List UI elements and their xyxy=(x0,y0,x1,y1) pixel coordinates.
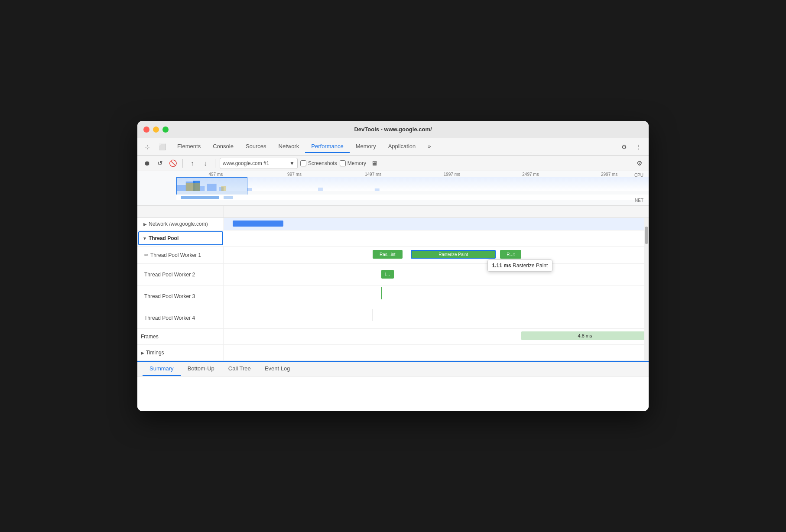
worker4-label: Thread Pool Worker 4 xyxy=(137,307,224,328)
toolbar-right: ⚙ ⋮ xyxy=(618,141,644,152)
worker3-content[interactable] xyxy=(224,285,649,307)
frames-content[interactable]: 4.8 ms xyxy=(224,329,649,344)
worker4-row: Thread Pool Worker 4 xyxy=(137,307,649,329)
overview-chart[interactable] xyxy=(176,177,649,200)
record-button[interactable]: ⏺ xyxy=(142,158,152,169)
network-track-label: ▶ Network /ww.google.com) xyxy=(137,218,224,230)
thread-pool-header-row: ▼ Thread Pool xyxy=(137,230,649,247)
ruler-left xyxy=(137,206,224,217)
screenshots-checkbox-group: Screenshots xyxy=(300,160,337,166)
tab-call-tree[interactable]: Call Tree xyxy=(221,362,258,376)
frames-label-text: Frames xyxy=(141,334,159,340)
worker1-row: ✏ Thread Pool Worker 1 Ras...int Rasteri… xyxy=(137,247,649,264)
close-button[interactable] xyxy=(143,127,149,133)
worker2-label-text: Thread Pool Worker 2 xyxy=(144,272,195,278)
thread-pool-arrow[interactable]: ▼ xyxy=(143,236,147,241)
task-worker2-1[interactable]: I... xyxy=(381,270,394,279)
timings-arrow[interactable]: ▶ xyxy=(141,350,144,355)
frames-bar[interactable]: 4.8 ms xyxy=(521,331,649,340)
timings-label[interactable]: ▶ Timings xyxy=(137,345,224,360)
window-title: DevTools - www.google.com/ xyxy=(354,126,432,133)
network-bar[interactable] xyxy=(233,221,284,227)
tab-console[interactable]: Console xyxy=(207,140,240,153)
svg-rect-7 xyxy=(318,188,323,191)
frames-row: Frames 4.8 ms xyxy=(137,329,649,345)
minimize-button[interactable] xyxy=(153,127,159,133)
separator2 xyxy=(215,159,215,168)
download-button[interactable]: ↓ xyxy=(200,158,211,169)
tab-performance[interactable]: Performance xyxy=(305,140,349,153)
tab-summary[interactable]: Summary xyxy=(143,362,181,376)
worker4-content[interactable] xyxy=(224,307,649,328)
bottom-tabs: Summary Bottom-Up Call Tree Event Log xyxy=(137,362,649,376)
more-button[interactable]: ⋮ xyxy=(633,141,644,152)
pencil-icon-1[interactable]: ✏ xyxy=(144,252,149,258)
device-button[interactable]: ⬜ xyxy=(156,141,168,152)
network-track-content xyxy=(224,218,649,230)
ruler-row: 305 ms 306 ms 307 ms 308 ms 309 ms xyxy=(137,206,649,218)
devtools-window: DevTools - www.google.com/ ⊹ ⬜ Elements … xyxy=(137,121,649,411)
tab-network[interactable]: Network xyxy=(273,140,305,153)
perf-toolbar: ⏺ ↺ 🚫 ↑ ↓ www.google.com #1 ▼ Screenshot… xyxy=(137,156,649,171)
network-label-text: Network /ww.google.com) xyxy=(149,221,208,227)
timings-row: ▶ Timings xyxy=(137,345,649,361)
worker2-row: Thread Pool Worker 2 I... xyxy=(137,264,649,285)
nav-toolbar: ⊹ ⬜ Elements Console Sources Network Per… xyxy=(137,138,649,156)
inspect-button[interactable]: ⊹ xyxy=(142,141,153,152)
tab-event-log[interactable]: Event Log xyxy=(258,362,297,376)
net-chart xyxy=(176,195,649,200)
cpu-chart xyxy=(176,177,649,191)
timings-label-text: Timings xyxy=(146,350,164,356)
memory-checkbox[interactable] xyxy=(340,160,346,166)
overview-ruler-4: 2497 ms xyxy=(491,172,570,177)
worker3-row: Thread Pool Worker 3 xyxy=(137,285,649,307)
screenshots-checkbox[interactable] xyxy=(300,160,306,166)
tab-more[interactable]: » xyxy=(422,140,437,153)
upload-button[interactable]: ↑ xyxy=(187,158,198,169)
screenshots-label: Screenshots xyxy=(308,160,337,166)
track-container[interactable]: ▶ Network /ww.google.com) ▼ Thread Pool xyxy=(137,218,649,361)
worker2-content[interactable]: I... xyxy=(224,264,649,285)
worker1-label-text: Thread Pool Worker 1 xyxy=(150,252,201,258)
timeline-overview[interactable]: 497 ms 997 ms 1497 ms 1997 ms 2497 ms 29… xyxy=(137,171,649,206)
svg-rect-11 xyxy=(181,196,219,199)
task-rt[interactable]: R...t xyxy=(500,250,521,259)
worker1-content[interactable]: Ras...int Rasterize Paint R...t 1.11 ms xyxy=(224,247,649,263)
tab-elements[interactable]: Elements xyxy=(171,140,207,153)
overview-ruler-1: 997 ms xyxy=(255,172,334,177)
worker4-label-text: Thread Pool Worker 4 xyxy=(144,315,195,321)
network-track-row: ▶ Network /ww.google.com) xyxy=(137,218,649,230)
memory-label: Memory xyxy=(348,160,366,166)
timings-content xyxy=(224,345,649,360)
task-worker4-1[interactable] xyxy=(373,309,373,321)
traffic-lights xyxy=(143,127,169,133)
perf-settings-button[interactable]: ⚙ xyxy=(634,158,644,169)
overview-ruler-0: 497 ms xyxy=(176,172,255,177)
overview-ruler-3: 1997 ms xyxy=(412,172,491,177)
reload-button[interactable]: ↺ xyxy=(155,158,165,169)
task-worker3-1[interactable] xyxy=(381,287,382,299)
separator xyxy=(182,159,183,168)
cpu-button[interactable]: 🖥 xyxy=(369,158,379,169)
worker1-label: ✏ Thread Pool Worker 1 xyxy=(137,247,224,263)
network-collapse-arrow[interactable]: ▶ xyxy=(143,222,147,227)
clear-button[interactable]: 🚫 xyxy=(168,158,178,169)
vertical-scrollbar[interactable] xyxy=(644,218,649,361)
tab-memory[interactable]: Memory xyxy=(350,140,382,153)
thread-pool-label[interactable]: ▼ Thread Pool xyxy=(138,231,223,245)
url-select[interactable]: www.google.com #1 ▼ xyxy=(220,158,298,169)
maximize-button[interactable] xyxy=(162,127,169,133)
main-content: 305 ms 306 ms 307 ms 308 ms 309 ms xyxy=(137,206,649,361)
overview-ruler-2: 1497 ms xyxy=(334,172,412,177)
bottom-content xyxy=(137,376,649,411)
settings-button[interactable]: ⚙ xyxy=(618,141,630,152)
worker3-label-text: Thread Pool Worker 3 xyxy=(144,293,195,299)
tab-sources[interactable]: Sources xyxy=(240,140,273,153)
cpu-label: CPU xyxy=(634,173,643,178)
thread-pool-label-text: Thread Pool xyxy=(149,235,179,241)
task-rasint[interactable]: Ras...int xyxy=(373,250,403,259)
tab-application[interactable]: Application xyxy=(382,140,422,153)
scrollbar-thumb[interactable] xyxy=(645,227,648,244)
tab-bottom-up[interactable]: Bottom-Up xyxy=(181,362,221,376)
task-rasterize-paint[interactable]: Rasterize Paint xyxy=(411,250,496,259)
